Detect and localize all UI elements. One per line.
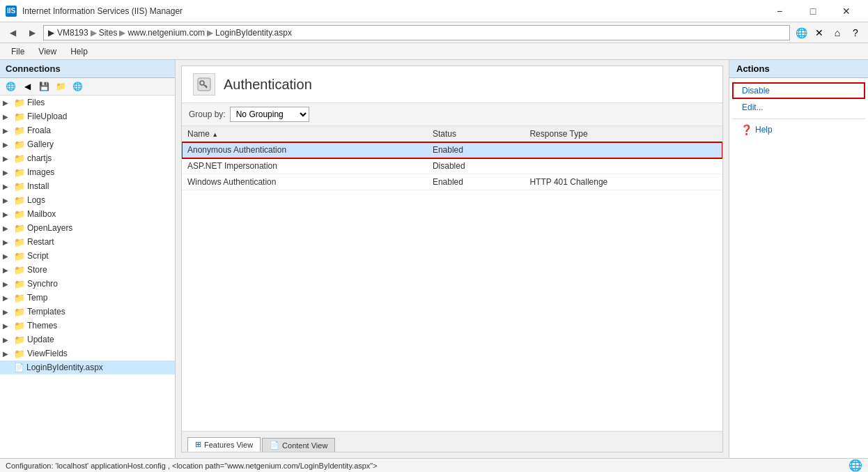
tree-item-viewfields[interactable]: ▶ 📁 ViewFields <box>0 347 175 360</box>
tree-item-temp[interactable]: ▶ 📁 Temp <box>0 291 175 305</box>
conn-globe-btn[interactable]: 🌐 <box>3 79 18 93</box>
cell-status: Enabled <box>427 174 525 190</box>
tab-content-view[interactable]: 📄 Content View <box>262 438 335 452</box>
tree-item-script[interactable]: ▶ 📁 Script <box>0 249 175 263</box>
panel-icon <box>193 73 215 96</box>
app-icon: IIS <box>6 6 17 17</box>
restore-button[interactable]: □ <box>797 3 829 20</box>
tree-item-gallery[interactable]: ▶ 📁 Gallery <box>0 137 175 151</box>
home-icon-btn[interactable]: ⌂ <box>829 25 846 40</box>
tree-item-loginbyidentity[interactable]: 📄 LoginByIdentity.aspx <box>0 360 175 374</box>
authentication-table: Name ▲ Status Response Type Anonymous Au… <box>182 126 722 190</box>
minimize-button[interactable]: − <box>764 3 796 20</box>
panel-header: Authentication <box>182 66 722 103</box>
tree-item-label: Gallery <box>27 139 54 149</box>
edit-button[interactable]: Edit... <box>732 99 865 116</box>
file-icon: 📄 <box>14 363 24 372</box>
conn-back-btn[interactable]: ◀ <box>20 79 35 93</box>
folder-icon: 📁 <box>14 279 25 289</box>
menu-file[interactable]: File <box>6 45 30 58</box>
tree-item-label: Install <box>27 181 49 191</box>
disable-button[interactable]: Disable <box>732 82 865 99</box>
col-header-status[interactable]: Status <box>427 126 525 142</box>
tree-item-label: Script <box>27 251 49 261</box>
tree-item-images[interactable]: ▶ 📁 Images <box>0 165 175 179</box>
tree-item-mailbox[interactable]: ▶ 📁 Mailbox <box>0 207 175 221</box>
stop-icon-btn[interactable]: ✕ <box>811 25 828 40</box>
path-segment-file: LoginByIdentity.aspx <box>215 28 292 38</box>
connections-tree[interactable]: ▶ 📁 Files ▶ 📁 FileUpload ▶ 📁 Froala ▶ 📁 … <box>0 96 175 458</box>
expand-arrow: ▶ <box>3 308 14 316</box>
tree-item-logs[interactable]: ▶ 📁 Logs <box>0 193 175 207</box>
content-area: Authentication Group by: No Grouping Sta… <box>176 60 729 458</box>
tree-item-label: Logs <box>27 195 45 205</box>
tree-item-label: Restart <box>27 237 54 247</box>
folder-icon: 📁 <box>14 98 25 108</box>
tree-item-store[interactable]: ▶ 📁 Store <box>0 263 175 277</box>
help-link[interactable]: ❓ Help <box>732 122 865 137</box>
tree-item-label: Temp <box>27 293 47 303</box>
tree-item-themes[interactable]: ▶ 📁 Themes <box>0 319 175 333</box>
path-segment-domain: www.netgenium.com <box>127 28 205 38</box>
table-row[interactable]: Anonymous Authentication Enabled <box>182 142 722 158</box>
address-path[interactable]: ▶ VM8193 ▶ Sites ▶ www.netgenium.com ▶ L… <box>43 25 790 40</box>
status-bar: Configuration: 'localhost' applicationHo… <box>0 458 868 472</box>
expand-arrow: ▶ <box>3 197 14 204</box>
expand-arrow: ▶ <box>3 350 14 358</box>
tree-item-label: LoginByIdentity.aspx <box>26 363 103 372</box>
folder-icon: 📁 <box>14 112 25 122</box>
col-header-name[interactable]: Name ▲ <box>182 126 427 142</box>
group-by-bar: Group by: No Grouping Status Response Ty… <box>182 103 722 126</box>
status-icon: 🌐 <box>848 459 862 472</box>
help-icon: ❓ <box>741 124 752 135</box>
menu-help[interactable]: Help <box>65 45 93 58</box>
folder-icon: 📁 <box>14 139 25 150</box>
conn-help-btn[interactable]: 🌐 <box>70 79 85 93</box>
tree-item-restart[interactable]: ▶ 📁 Restart <box>0 235 175 249</box>
refresh-icon-btn[interactable]: 🌐 <box>793 25 809 40</box>
folder-icon: 📁 <box>14 307 25 317</box>
table-row[interactable]: Windows Authentication Enabled HTTP 401 … <box>182 174 722 190</box>
tree-item-files[interactable]: ▶ 📁 Files <box>0 96 175 109</box>
group-by-select[interactable]: No Grouping Status Response Type <box>230 107 309 122</box>
expand-arrow: ▶ <box>3 155 14 162</box>
cell-name: ASP.NET Impersonation <box>182 158 427 174</box>
conn-save-btn[interactable]: 💾 <box>36 79 52 93</box>
group-by-label: Group by: <box>189 109 226 119</box>
tree-item-label: chartjs <box>27 153 52 163</box>
conn-folder-btn[interactable]: 📁 <box>53 79 68 93</box>
tree-item-templates[interactable]: ▶ 📁 Templates <box>0 305 175 319</box>
folder-icon: 📁 <box>14 335 25 345</box>
tree-item-chartjs[interactable]: ▶ 📁 chartjs <box>0 151 175 165</box>
cell-status: Enabled <box>427 142 525 158</box>
path-sep1: ▶ <box>91 28 97 38</box>
content-view-icon: 📄 <box>270 441 279 450</box>
address-bar: ◀ ▶ ▶ VM8193 ▶ Sites ▶ www.netgenium.com… <box>0 22 868 43</box>
expand-arrow: ▶ <box>3 183 14 190</box>
cell-response-type <box>524 142 722 158</box>
expand-arrow: ▶ <box>3 224 14 232</box>
tree-item-openlayers[interactable]: ▶ 📁 OpenLayers <box>0 221 175 235</box>
col-header-response-type[interactable]: Response Type <box>524 126 722 142</box>
tree-item-froala[interactable]: ▶ 📁 Froala <box>0 123 175 137</box>
back-button[interactable]: ◀ <box>4 25 21 40</box>
status-text: Configuration: 'localhost' applicationHo… <box>6 462 378 470</box>
forward-button[interactable]: ▶ <box>24 25 40 40</box>
tree-item-synchro[interactable]: ▶ 📁 Synchro <box>0 277 175 291</box>
close-button[interactable]: ✕ <box>830 3 862 20</box>
help-icon-btn[interactable]: ? <box>847 25 864 40</box>
tab-features-view[interactable]: ⊞ Features View <box>187 437 261 452</box>
table-row[interactable]: ASP.NET Impersonation Disabled <box>182 158 722 174</box>
folder-icon: 📁 <box>14 251 25 261</box>
tree-item-fileupload[interactable]: ▶ 📁 FileUpload <box>0 109 175 123</box>
menu-view[interactable]: View <box>33 45 62 58</box>
main-panel: Authentication Group by: No Grouping Sta… <box>181 66 723 452</box>
expand-arrow: ▶ <box>3 280 14 288</box>
path-sep3: ▶ <box>207 28 213 38</box>
connections-panel: Connections 🌐 ◀ 💾 📁 🌐 ▶ 📁 Files ▶ 📁 File… <box>0 60 176 458</box>
tree-item-update[interactable]: ▶ 📁 Update <box>0 333 175 347</box>
tree-item-install[interactable]: ▶ 📁 Install <box>0 179 175 193</box>
folder-icon: 📁 <box>14 195 25 206</box>
cell-response-type: HTTP 401 Challenge <box>524 174 722 190</box>
expand-arrow: ▶ <box>3 336 14 344</box>
